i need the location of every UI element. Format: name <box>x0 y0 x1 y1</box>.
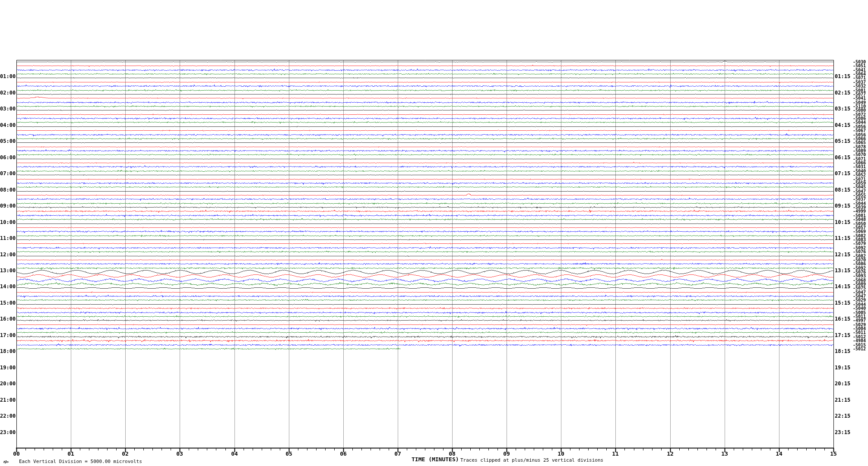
hour-label-left: 11:00 <box>0 235 16 241</box>
hour-label-right: 08:15 <box>835 187 850 193</box>
hour-label-left: 13:00 <box>0 268 16 274</box>
hour-label-right: 11:15 <box>835 235 850 241</box>
hour-label-left: 23:00 <box>0 429 16 435</box>
hour-label-right: 12:15 <box>835 252 850 258</box>
hour-label-right: 03:15 <box>835 106 850 112</box>
hour-label-right: 18:15 <box>835 348 850 354</box>
hour-label-right: 17:15 <box>835 332 850 338</box>
minute-tick-label: 13 <box>718 450 732 457</box>
minute-tick-label: 10 <box>554 450 568 457</box>
hour-label-left: 19:00 <box>0 365 16 371</box>
hour-label-right: 02:15 <box>835 90 850 96</box>
hour-label-left: 20:00 <box>0 381 16 387</box>
hour-label-left: 07:00 <box>0 170 16 176</box>
hour-label-left: 15:00 <box>0 300 16 306</box>
hour-label-left: 08:00 <box>0 187 16 193</box>
footer-wave-icon <box>3 460 9 464</box>
minute-tick-label: 07 <box>391 450 405 457</box>
hour-label-left: 16:00 <box>0 316 16 322</box>
hour-label-right: 05:15 <box>835 138 850 144</box>
hour-label-left: 01:00 <box>0 73 16 79</box>
hour-label-right: 07:15 <box>835 170 850 176</box>
hour-label-left: 10:00 <box>0 219 16 225</box>
hour-label-right: 16:15 <box>835 316 850 322</box>
hour-label-left: 02:00 <box>0 90 16 96</box>
hour-label-right: 14:15 <box>835 283 850 290</box>
minute-tick-label: 03 <box>173 450 187 457</box>
hour-label-right: 22:15 <box>835 413 850 419</box>
hour-label-left: 22:00 <box>0 413 16 419</box>
minute-tick-label: 12 <box>663 450 677 457</box>
hour-label-right: 20:15 <box>835 381 850 387</box>
hour-label-right: 10:15 <box>835 219 850 225</box>
minute-tick-label: 00 <box>10 450 23 457</box>
hour-label-left: 21:00 <box>0 397 16 403</box>
hour-label-left: 09:00 <box>0 203 16 209</box>
hour-label-right: 09:15 <box>835 203 850 209</box>
hour-label-right: 04:15 <box>835 122 850 128</box>
webicorder-page: P S L atras eismology ab Oct27,2025 DSF … <box>0 0 868 466</box>
minute-tick-label: 05 <box>282 450 296 457</box>
trace-offset-value: -5012 <box>853 346 866 351</box>
hour-label-left: 17:00 <box>0 332 16 338</box>
minute-tick-label: 04 <box>228 450 241 457</box>
label-overlay: 01:0002:0003:0004:0005:0006:0007:0008:00… <box>0 0 868 466</box>
hour-label-left: 04:00 <box>0 122 16 128</box>
hour-label-right: 15:15 <box>835 300 850 306</box>
hour-label-left: 03:00 <box>0 106 16 112</box>
hour-label-right: 19:15 <box>835 365 850 371</box>
minute-tick-label: 14 <box>772 450 786 457</box>
hour-label-right: 23:15 <box>835 429 850 435</box>
hour-label-left: 14:00 <box>0 283 16 290</box>
minute-tick-label: 06 <box>336 450 350 457</box>
minute-tick-label: 02 <box>118 450 132 457</box>
minute-tick-label: 11 <box>608 450 622 457</box>
clip-note: Traces clipped at plus/minus 25 vertical… <box>460 457 603 463</box>
hour-label-left: 12:00 <box>0 252 16 258</box>
minute-tick-label: 09 <box>500 450 513 457</box>
x-axis-title: TIME (MINUTES) <box>412 456 459 463</box>
hour-label-right: 13:15 <box>835 268 850 274</box>
hour-label-left: 18:00 <box>0 348 16 354</box>
hour-label-right: 01:15 <box>835 73 850 79</box>
hour-label-right: 06:15 <box>835 154 850 161</box>
vertical-scale-note: Each Vertical Division = 5000.00 microvo… <box>19 459 142 464</box>
hour-label-left: 05:00 <box>0 138 16 144</box>
hour-label-right: 21:15 <box>835 397 850 403</box>
minute-tick-label: 01 <box>64 450 78 457</box>
hour-label-left: 06:00 <box>0 154 16 161</box>
minute-tick-label: 15 <box>827 450 840 457</box>
